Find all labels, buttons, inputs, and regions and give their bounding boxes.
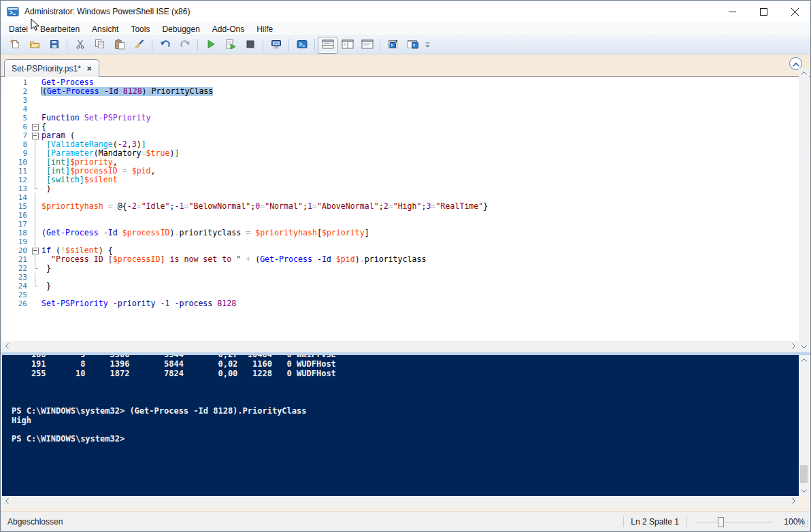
code-line[interactable]: 24 } — [2, 282, 799, 290]
scroll-up-icon[interactable] — [799, 68, 809, 78]
console-output[interactable]: 166 9 3500 9544 0,27 10484 0 WmiPrvSE 19… — [2, 355, 799, 444]
fold-collapse-icon[interactable] — [29, 131, 42, 140]
show-script-pane-button[interactable] — [383, 37, 403, 54]
code-line[interactable]: 19 — [2, 237, 799, 246]
cut-button[interactable] — [70, 37, 90, 54]
code-line[interactable]: 5Function Set-PSPriority — [2, 114, 799, 122]
line-number: 18 — [2, 229, 29, 237]
scroll-left-icon[interactable] — [2, 496, 12, 506]
undo-button[interactable] — [155, 37, 175, 54]
scroll-right-icon[interactable] — [789, 496, 799, 506]
run-script-button[interactable] — [201, 37, 220, 54]
new-script-button[interactable] — [5, 37, 24, 54]
fold-margin — [29, 282, 42, 290]
status-bar: Abgeschlossen Ln 2 Spalte 1 100% — [1, 511, 810, 531]
menu-item-ansicht[interactable]: Ansicht — [86, 23, 125, 35]
minimize-button[interactable] — [716, 1, 748, 22]
scroll-right-icon[interactable] — [789, 341, 799, 351]
line-number: 8 — [2, 140, 29, 149]
code-text: } — [42, 282, 51, 290]
script-pane-window-icon — [387, 39, 399, 52]
menu-item-tools[interactable]: Tools — [125, 23, 156, 35]
script-pane-top-button[interactable] — [318, 37, 337, 54]
fold-margin — [29, 299, 42, 308]
fold-margin — [29, 273, 42, 282]
redo-button[interactable] — [175, 37, 195, 54]
console-horizontal-scrollbar[interactable] — [2, 496, 799, 508]
line-number: 6 — [2, 122, 29, 131]
menu-item-addons[interactable]: Add-Ons — [206, 23, 250, 35]
editor-vertical-scrollbar[interactable] — [799, 68, 809, 352]
paste-button[interactable] — [110, 37, 129, 54]
fold-margin — [29, 96, 42, 105]
new-remote-tab-button[interactable] — [266, 37, 286, 54]
menu-item-hilfe[interactable]: Hilfe — [250, 23, 279, 35]
code-line[interactable]: 26Set-PSPriority -priority -1 -process 8… — [2, 299, 799, 308]
code-line[interactable]: 13 ) — [2, 184, 799, 193]
resize-grip[interactable] — [801, 520, 809, 530]
line-number: 3 — [2, 96, 29, 105]
start-powershell-button[interactable] — [292, 37, 312, 54]
fold-margin — [29, 211, 42, 220]
save-icon — [49, 39, 60, 52]
console-pane[interactable]: 166 9 3500 9544 0,27 10484 0 WmiPrvSE 19… — [2, 355, 799, 496]
toolbar-separator — [67, 39, 67, 51]
toolbar-overflow-button[interactable] — [425, 41, 431, 49]
line-number: 25 — [2, 290, 29, 299]
line-number: 24 — [2, 282, 29, 290]
undo-icon — [160, 39, 171, 52]
zoom-slider-track[interactable] — [696, 522, 772, 523]
menu-item-datei[interactable]: Datei — [3, 23, 34, 35]
code-line[interactable]: 12 [switch]$silent — [2, 176, 799, 184]
code-line[interactable]: 11 [int]$processID = $pid, — [2, 167, 799, 176]
code-line[interactable]: 15$priorityhash = @{-2="Idle";-1="BelowN… — [2, 202, 799, 211]
tab-close-icon[interactable]: × — [87, 65, 92, 72]
save-button[interactable] — [44, 37, 64, 54]
toolbar-separator — [152, 39, 152, 51]
tab-set-pspriority[interactable]: Set-PSPriority.ps1* × — [4, 59, 99, 77]
title-bar: Administrator: Windows PowerShell ISE (x… — [1, 1, 810, 22]
fold-collapse-icon[interactable] — [29, 246, 42, 255]
script-pane-max-button[interactable] — [357, 37, 377, 54]
code-line[interactable]: 21 "Process ID [$processID] is now set t… — [2, 255, 799, 264]
menu-item-bearbeiten[interactable]: Bearbeiten — [34, 23, 86, 35]
scrollbar-thumb[interactable] — [800, 465, 808, 483]
code-line[interactable]: 6{ — [2, 122, 799, 131]
code-line[interactable]: 3 — [2, 96, 799, 105]
zoom-slider-thumb[interactable] — [718, 517, 724, 527]
run-selection-button[interactable] — [220, 37, 240, 54]
toolbar-separator — [263, 39, 263, 51]
editor-horizontal-scrollbar[interactable] — [2, 341, 799, 352]
close-button[interactable] — [779, 1, 810, 22]
stop-icon — [245, 39, 256, 52]
stop-operation-button[interactable] — [240, 37, 260, 54]
fold-collapse-icon[interactable] — [29, 122, 42, 131]
copy-button[interactable] — [90, 37, 110, 54]
clear-console-icon — [134, 39, 145, 52]
scroll-left-icon[interactable] — [2, 341, 12, 351]
scroll-down-icon[interactable] — [799, 486, 809, 496]
show-script-pane-right-button[interactable] — [403, 37, 423, 54]
fold-margin — [29, 237, 42, 246]
code-line[interactable]: 23 — [2, 273, 799, 282]
code-text: $priorityhash = @{-2="Idle";-1="BelowNor… — [42, 202, 488, 211]
zoom-slider[interactable] — [696, 516, 772, 528]
maximize-button[interactable] — [748, 1, 779, 22]
code-line[interactable]: 22 } — [2, 264, 799, 273]
code-line[interactable]: 18(Get-Process -Id $processID).priorityc… — [2, 229, 799, 237]
console-vertical-scrollbar[interactable] — [799, 355, 809, 496]
scroll-up-icon[interactable] — [799, 355, 809, 365]
clear-console-button[interactable] — [129, 37, 149, 54]
menu-item-debuggen[interactable]: Debuggen — [156, 23, 205, 35]
fold-margin — [29, 193, 42, 202]
script-editor[interactable]: 1Get-Process2(Get-Process -Id 8128).Prio… — [2, 77, 799, 341]
code-line[interactable]: 2(Get-Process -Id 8128).PriorityClass — [2, 87, 799, 96]
line-number: 15 — [2, 202, 29, 211]
line-number: 1 — [2, 78, 29, 87]
scroll-down-icon[interactable] — [799, 342, 809, 352]
fold-margin — [29, 229, 42, 237]
code-line[interactable]: 16 — [2, 211, 799, 220]
open-script-button[interactable] — [24, 37, 44, 54]
script-pane-right-button[interactable] — [337, 37, 357, 54]
code-line[interactable]: 9 [Parameter(Mandatory=$true)] — [2, 149, 799, 158]
